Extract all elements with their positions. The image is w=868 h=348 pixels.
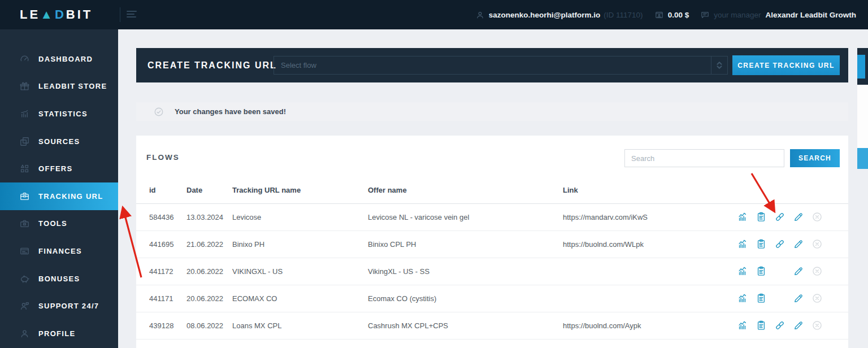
sidebar-item-label: OFFERS (38, 164, 73, 173)
row-copy-icon[interactable] (756, 293, 767, 304)
row-link-icon[interactable] (774, 211, 785, 223)
table-row: 58443613.03.2024LevicoseLevicose NL - va… (136, 203, 848, 230)
row-tracking-url-name: VIKINGXL - US (232, 258, 368, 285)
search-input[interactable] (624, 149, 784, 167)
row-edit-icon[interactable] (793, 238, 804, 250)
sidebar-item-label: STATISTICS (38, 110, 88, 118)
row-link-url: https://mandarv.com/iKwS (563, 203, 735, 230)
row-date: 20.06.2022 (186, 285, 232, 312)
logo-text-bit: BIT (66, 7, 93, 21)
row-offer-name: VikingXL - US - SS (368, 258, 563, 285)
row-stats-icon[interactable] (737, 266, 748, 277)
sidebar-item-profile[interactable]: PROFILE (0, 320, 118, 347)
row-copy-icon[interactable] (756, 266, 767, 277)
row-date: 13.03.2024 (186, 203, 232, 230)
row-actions (735, 266, 848, 277)
row-tracking-url-name: Binixo PH (232, 230, 368, 258)
user-icon (475, 10, 485, 20)
user-id: (ID 111710) (604, 11, 643, 19)
sidebar-item-label: PROFILE (38, 329, 75, 338)
sidebar-item-bonuses[interactable]: BONUSES (0, 265, 118, 293)
wallet-icon (654, 10, 664, 20)
sidebar-item-offers[interactable]: OFFERS (0, 155, 118, 182)
create-tracking-url-button[interactable]: CREATE TRACKING URL (732, 55, 840, 75)
balance-value: 0.00 $ (668, 11, 689, 19)
flows-card: FLOWS SEARCH idDateTracking URL nameOffe… (136, 136, 848, 348)
leadbit-logo[interactable]: LE▲DBIT (20, 0, 93, 29)
table-header-row: idDateTracking URL nameOffer nameLink (136, 177, 848, 203)
user-email: sazonenko.heorhi@platform.io (489, 11, 601, 19)
column-header-date: Date (186, 177, 232, 203)
flows-table: idDateTracking URL nameOffer nameLink 58… (136, 177, 848, 340)
store-icon (19, 81, 30, 92)
sources-icon (19, 136, 30, 147)
sidebar-item-tools[interactable]: TOOLS (0, 210, 118, 238)
row-edit-icon[interactable] (793, 293, 804, 304)
sidebar-item-label: DASHBOARD (38, 55, 93, 63)
row-stats-icon[interactable] (737, 238, 748, 250)
flow-select-placeholder: Select flow (274, 61, 711, 69)
row-delete-icon[interactable] (811, 293, 823, 304)
manager-name: Alexandr Leadbit Growth (765, 11, 856, 19)
row-actions (735, 320, 848, 331)
row-stats-icon[interactable] (737, 293, 748, 304)
row-id: 584436 (136, 203, 186, 230)
sidebar-item-sources[interactable]: SOURCES (0, 128, 118, 155)
table-row: 43912808.06.2022Loans MX CPLCashrush MX … (136, 312, 848, 339)
app-window: LE▲DBIT sazonenko.heorhi@platform.io (ID… (0, 0, 868, 348)
create-tracking-url-panel: CREATE TRACKING URL Select flow CREATE T… (136, 48, 848, 82)
success-alert: Your changes have been saved! (136, 102, 848, 121)
table-row: 44117220.06.2022VIKINGXL - USVikingXL - … (136, 258, 848, 285)
row-delete-icon[interactable] (811, 266, 823, 277)
row-date: 21.06.2022 (186, 230, 232, 258)
row-link-url: https://buolnd.com/WLpk (563, 230, 735, 258)
alert-message: Your changes have been saved! (175, 107, 286, 116)
row-offer-name: Cashrush MX CPL+CPS (368, 312, 563, 339)
sidebar-item-finances[interactable]: FINANCES (0, 237, 118, 265)
row-delete-icon[interactable] (811, 211, 823, 223)
logo-text-d: D (55, 7, 66, 21)
sidebar-item-label: SOURCES (38, 137, 80, 146)
row-delete-icon[interactable] (811, 238, 823, 250)
row-delete-icon[interactable] (811, 320, 823, 331)
row-stats-icon[interactable] (737, 211, 748, 223)
row-link-icon[interactable] (774, 238, 785, 250)
sidebar-item-label: FINANCES (38, 247, 82, 255)
viewport-edge-artifact (857, 55, 865, 79)
support-icon (19, 301, 30, 311)
finances-icon (19, 246, 30, 256)
row-link-url (563, 285, 735, 312)
row-date: 08.06.2022 (186, 312, 232, 339)
sidebar-item-statistics[interactable]: STATISTICS (0, 100, 118, 128)
row-edit-icon[interactable] (793, 266, 804, 277)
row-edit-icon[interactable] (793, 320, 804, 331)
table-row: 44169521.06.2022Binixo PHBinixo CPL PHht… (136, 230, 848, 258)
row-date: 20.06.2022 (186, 258, 232, 285)
chat-icon[interactable] (700, 10, 710, 20)
statistics-icon (19, 108, 30, 119)
select-stepper-icon[interactable] (711, 56, 727, 74)
row-link-icon[interactable] (774, 320, 785, 331)
flow-select[interactable]: Select flow (274, 56, 728, 75)
row-edit-icon[interactable] (793, 211, 804, 223)
row-stats-icon[interactable] (737, 320, 748, 331)
search-button[interactable]: SEARCH (790, 149, 840, 167)
row-copy-icon[interactable] (756, 238, 767, 250)
row-copy-icon[interactable] (756, 320, 767, 331)
sidebar-item-tracking-url[interactable]: TRACKING URL (0, 182, 118, 210)
sidebar-item-support-24-7[interactable]: SUPPORT 24/7 (0, 292, 118, 320)
row-link-url: https://buolnd.com/Aypk (563, 312, 735, 339)
column-header-tracking-url-name: Tracking URL name (232, 177, 368, 203)
sidebar-item-leadbit-store[interactable]: LEADBIT STORE (0, 73, 118, 101)
column-header-link: Link (563, 177, 735, 203)
menu-toggle-icon[interactable] (127, 11, 138, 19)
sidebar-item-label: SUPPORT 24/7 (38, 302, 99, 310)
row-offer-name: Ecomax CO (cystitis) (368, 285, 563, 312)
row-tracking-url-name: ECOMAX CO (232, 285, 368, 312)
sidebar-item-dashboard[interactable]: DASHBOARD (0, 45, 118, 73)
column-header-id: id (136, 177, 186, 203)
viewport-edge-artifact (857, 85, 868, 148)
row-actions (735, 211, 848, 223)
row-offer-name: Levicose NL - varicose vein gel (368, 203, 563, 230)
row-copy-icon[interactable] (756, 211, 767, 223)
